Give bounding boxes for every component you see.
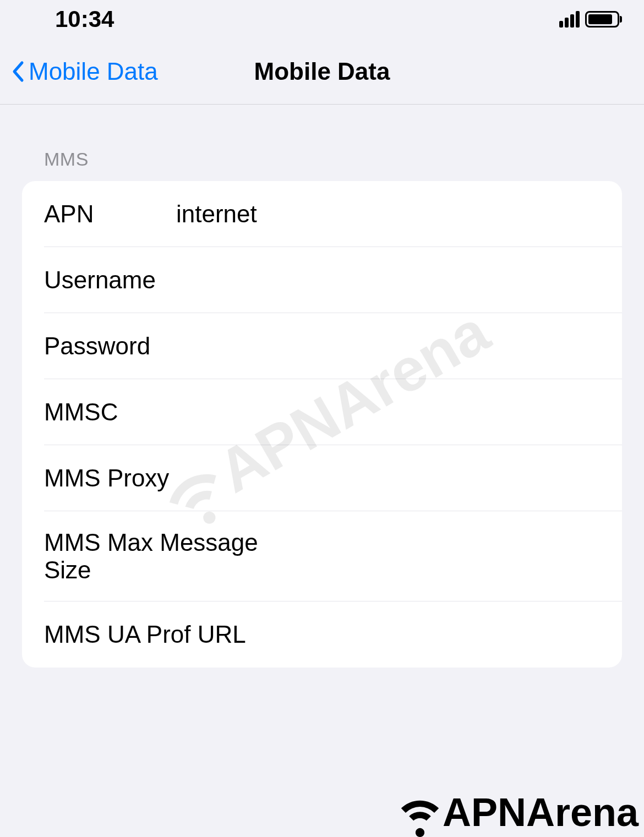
page-title: Mobile Data <box>254 58 390 85</box>
mms-settings-group: APN Username Password MMSC MMS Proxy MMS… <box>22 181 622 668</box>
navigation-bar: Mobile Data Mobile Data <box>0 39 644 105</box>
password-input[interactable] <box>176 332 622 360</box>
back-label: Mobile Data <box>29 58 158 85</box>
battery-icon <box>585 11 622 28</box>
mms-proxy-row[interactable]: MMS Proxy <box>22 445 622 511</box>
mms-max-size-label: MMS Max Message Size <box>44 529 298 584</box>
status-indicators <box>559 11 622 28</box>
mms-ua-prof-input[interactable] <box>246 621 622 648</box>
username-row[interactable]: Username <box>22 247 622 313</box>
username-label: Username <box>44 266 176 294</box>
username-input[interactable] <box>176 266 622 294</box>
mms-proxy-input[interactable] <box>176 464 622 492</box>
content-area: MMS APN Username Password MMSC MMS Proxy <box>0 105 644 668</box>
status-bar: 10:34 <box>0 0 644 39</box>
mms-ua-prof-row[interactable]: MMS UA Prof URL <box>22 601 622 668</box>
mmsc-input[interactable] <box>176 398 622 426</box>
status-time: 10:34 <box>55 6 114 32</box>
password-label: Password <box>44 332 176 360</box>
apn-label: APN <box>44 200 176 228</box>
apn-input[interactable] <box>176 200 622 228</box>
back-button[interactable]: Mobile Data <box>11 58 158 85</box>
mms-max-size-input[interactable] <box>298 543 622 570</box>
chevron-back-icon <box>11 61 24 83</box>
mmsc-label: MMSC <box>44 398 176 426</box>
mms-max-size-row[interactable]: MMS Max Message Size <box>22 511 622 601</box>
mmsc-row[interactable]: MMSC <box>22 379 622 445</box>
mms-ua-prof-label: MMS UA Prof URL <box>44 621 246 648</box>
footer-logo: APNArena <box>395 787 638 837</box>
mms-proxy-label: MMS Proxy <box>44 464 176 492</box>
section-header-mms: MMS <box>0 105 644 181</box>
password-row[interactable]: Password <box>22 313 622 379</box>
apn-row[interactable]: APN <box>22 181 622 247</box>
cellular-signal-icon <box>559 11 580 28</box>
wifi-icon <box>395 787 445 837</box>
